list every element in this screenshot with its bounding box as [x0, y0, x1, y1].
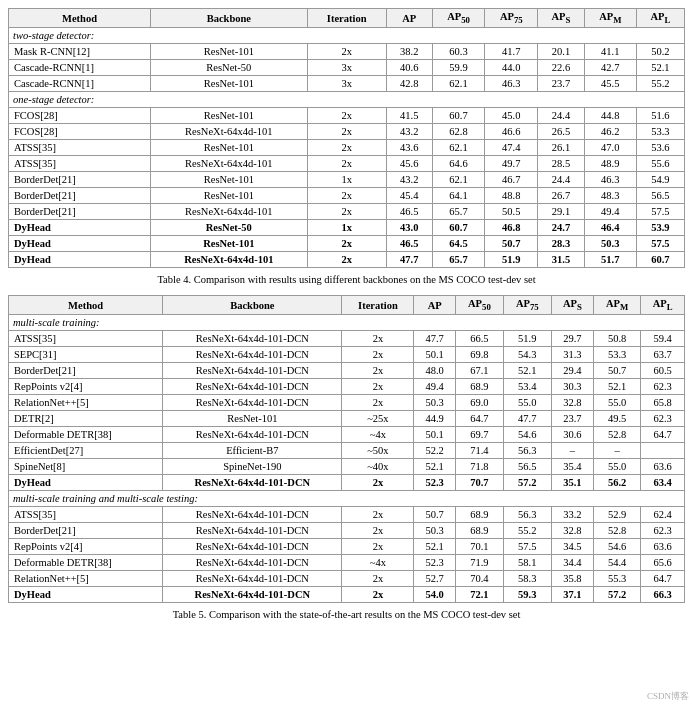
cell-5: 54.6 [503, 427, 551, 443]
cell-0: Mask R-CNN[12] [9, 44, 151, 60]
table-row: DyHeadResNet-1012x46.564.550.728.350.357… [9, 236, 685, 252]
cell-5: 50.5 [485, 204, 538, 220]
cell-1: ResNeXt-64x4d-101 [151, 124, 308, 140]
cell-6: 24.4 [538, 172, 585, 188]
cell-0: FCOS[28] [9, 108, 151, 124]
cell-1: ResNet-101 [151, 44, 308, 60]
cell-5: 46.8 [485, 220, 538, 236]
cell-2: 1x [307, 220, 386, 236]
cell-4: 60.7 [432, 108, 485, 124]
table-row: FCOS[28]ResNet-1012x41.560.745.024.444.8… [9, 108, 685, 124]
cell-4: 69.0 [455, 395, 503, 411]
table-row: RelationNet++[5]ResNeXt-64x4d-101-DCN2x5… [9, 395, 685, 411]
cell-3: 45.4 [386, 188, 432, 204]
cell-1: ResNeXt-64x4d-101-DCN [163, 571, 342, 587]
cell-7: 57.2 [594, 587, 641, 603]
cell-0: BorderDet[21] [9, 523, 163, 539]
cell-4: 68.9 [455, 523, 503, 539]
cell-3: 52.1 [414, 459, 456, 475]
cell-3: 47.7 [386, 252, 432, 268]
cell-0: ATSS[35] [9, 507, 163, 523]
cell-5: 51.9 [485, 252, 538, 268]
table-row: DETR[2]ResNet-101~25x44.964.747.723.749.… [9, 411, 685, 427]
cell-4: 64.6 [432, 156, 485, 172]
table-row: Deformable DETR[38]ResNeXt-64x4d-101-DCN… [9, 555, 685, 571]
cell-2: 2x [342, 539, 414, 555]
cell-7: 45.5 [584, 76, 636, 92]
cell-8: 55.6 [636, 156, 684, 172]
cell-2: ~4x [342, 555, 414, 571]
table5-caption: Table 5. Comparison with the state-of-th… [8, 609, 685, 620]
cell-3: 50.3 [414, 395, 456, 411]
cell-3: 50.1 [414, 427, 456, 443]
cell-7: 50.3 [584, 236, 636, 252]
table4-caption: Table 4. Comparison with results using d… [8, 274, 685, 285]
section-label: multi-scale training and multi-scale tes… [9, 491, 685, 507]
cell-8 [641, 443, 685, 459]
cell-6: 31.3 [551, 347, 593, 363]
cell-2: ~50x [342, 443, 414, 459]
cell-8: 60.5 [641, 363, 685, 379]
cell-7: 52.8 [594, 427, 641, 443]
table-row: RepPoints v2[4]ResNeXt-64x4d-101-DCN2x49… [9, 379, 685, 395]
cell-7: 42.7 [584, 60, 636, 76]
cell-7: 41.1 [584, 44, 636, 60]
cell-4: 60.7 [432, 220, 485, 236]
cell-5: 46.7 [485, 172, 538, 188]
cell-2: 2x [342, 331, 414, 347]
cell-3: 50.7 [414, 507, 456, 523]
col-method: Method [9, 9, 151, 28]
cell-0: Deformable DETR[38] [9, 555, 163, 571]
cell-0: Cascade-RCNN[1] [9, 76, 151, 92]
table-row: Cascade-RCNN[1]ResNet-1013x42.862.146.32… [9, 76, 685, 92]
cell-3: 43.0 [386, 220, 432, 236]
cell-1: ResNeXt-64x4d-101-DCN [163, 475, 342, 491]
cell-7: 52.1 [594, 379, 641, 395]
cell-8: 57.5 [636, 236, 684, 252]
cell-7: – [594, 443, 641, 459]
cell-5: 55.2 [503, 523, 551, 539]
cell-4: 62.1 [432, 140, 485, 156]
cell-4: 69.8 [455, 347, 503, 363]
cell-8: 53.3 [636, 124, 684, 140]
cell-7: 47.0 [584, 140, 636, 156]
cell-3: 49.4 [414, 379, 456, 395]
col-ap50: AP50 [432, 9, 485, 28]
cell-0: RepPoints v2[4] [9, 539, 163, 555]
cell-0: BorderDet[21] [9, 204, 151, 220]
cell-5: 44.0 [485, 60, 538, 76]
table-row: SEPC[31]ResNeXt-64x4d-101-DCN2x50.169.85… [9, 347, 685, 363]
cell-3: 38.2 [386, 44, 432, 60]
cell-2: 2x [307, 140, 386, 156]
cell-7: 54.6 [594, 539, 641, 555]
cell-8: 65.8 [641, 395, 685, 411]
cell-0: DyHead [9, 587, 163, 603]
cell-0: BorderDet[21] [9, 188, 151, 204]
cell-4: 60.3 [432, 44, 485, 60]
table-row: ATSS[35]ResNeXt-64x4d-101-DCN2x47.766.55… [9, 331, 685, 347]
cell-4: 71.9 [455, 555, 503, 571]
cell-6: 35.8 [551, 571, 593, 587]
col-apm: APM [584, 9, 636, 28]
col-iteration: Iteration [307, 9, 386, 28]
cell-4: 62.1 [432, 76, 485, 92]
col-iteration: Iteration [342, 296, 414, 315]
cell-7: 55.3 [594, 571, 641, 587]
cell-8: 60.7 [636, 252, 684, 268]
cell-3: 48.0 [414, 363, 456, 379]
table-row: FCOS[28]ResNeXt-64x4d-1012x43.262.846.62… [9, 124, 685, 140]
cell-2: 2x [307, 188, 386, 204]
col-ap: AP [386, 9, 432, 28]
table-row: ATSS[35]ResNet-1012x43.662.147.426.147.0… [9, 140, 685, 156]
cell-5: 46.3 [485, 76, 538, 92]
cell-1: ResNeXt-64x4d-101-DCN [163, 395, 342, 411]
section-label: two-stage detector: [9, 28, 685, 44]
cell-4: 72.1 [455, 587, 503, 603]
cell-5: 57.2 [503, 475, 551, 491]
cell-3: 52.2 [414, 443, 456, 459]
cell-2: 2x [307, 124, 386, 140]
cell-3: 50.3 [414, 523, 456, 539]
cell-6: 35.4 [551, 459, 593, 475]
cell-7: 44.8 [584, 108, 636, 124]
cell-2: 2x [307, 156, 386, 172]
